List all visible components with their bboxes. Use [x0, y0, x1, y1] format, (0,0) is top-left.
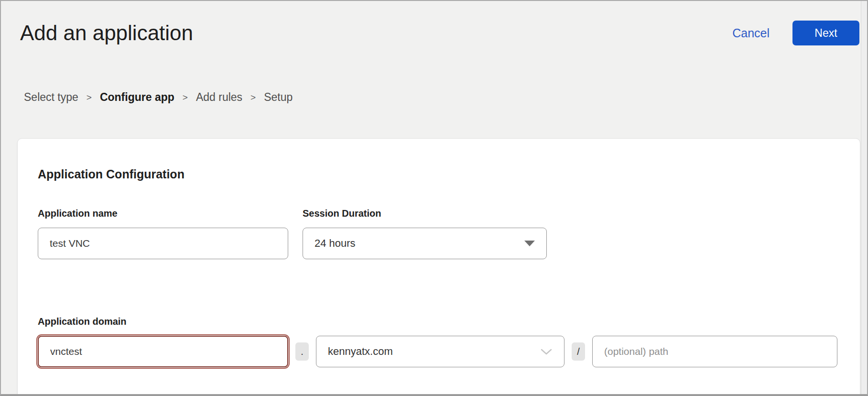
step-configure-app[interactable]: Configure app — [100, 91, 174, 104]
application-domain-label: Application domain — [38, 316, 840, 327]
scrollbar[interactable] — [861, 1, 867, 394]
step-add-rules[interactable]: Add rules — [196, 91, 242, 104]
domain-select-value: kennyatx.com — [328, 345, 393, 358]
step-select-type[interactable]: Select type — [24, 91, 78, 104]
application-name-label: Application name — [38, 208, 288, 219]
application-domain-row: . kennyatx.com / — [38, 336, 840, 367]
session-duration-label: Session Duration — [303, 208, 547, 219]
cancel-button[interactable]: Cancel — [732, 26, 770, 40]
slash-separator-badge: / — [572, 342, 585, 361]
caret-down-icon — [524, 241, 535, 246]
session-duration-select[interactable]: 24 hours — [303, 228, 547, 259]
header-actions: Cancel Next — [732, 21, 859, 45]
application-subdomain-input[interactable] — [38, 336, 288, 367]
application-name-field: Application name — [38, 208, 288, 259]
dot-separator-badge: . — [295, 342, 309, 361]
header: Add an application Cancel Next — [20, 19, 859, 47]
domain-select[interactable]: kennyatx.com — [316, 336, 564, 367]
step-separator: > — [183, 92, 188, 103]
chevron-down-icon — [540, 348, 553, 355]
application-name-input[interactable] — [38, 228, 288, 259]
application-domain-field: Application domain . kennyatx.com / — [38, 316, 840, 367]
page: Add an application Cancel Next Select ty… — [0, 0, 868, 396]
session-duration-value: 24 hours — [315, 237, 356, 250]
session-duration-field: Session Duration 24 hours — [303, 208, 547, 259]
steps-breadcrumb: Select type > Configure app > Add rules … — [24, 91, 293, 104]
step-separator: > — [250, 92, 256, 103]
card-heading: Application Configuration — [38, 167, 840, 181]
step-setup[interactable]: Setup — [264, 91, 293, 104]
application-configuration-card: Application Configuration Application na… — [17, 138, 860, 396]
next-button[interactable]: Next — [792, 21, 859, 45]
path-input[interactable] — [592, 336, 837, 367]
name-duration-row: Application name Session Duration 24 hou… — [38, 208, 840, 259]
step-separator: > — [87, 92, 92, 103]
page-title: Add an application — [20, 21, 193, 45]
